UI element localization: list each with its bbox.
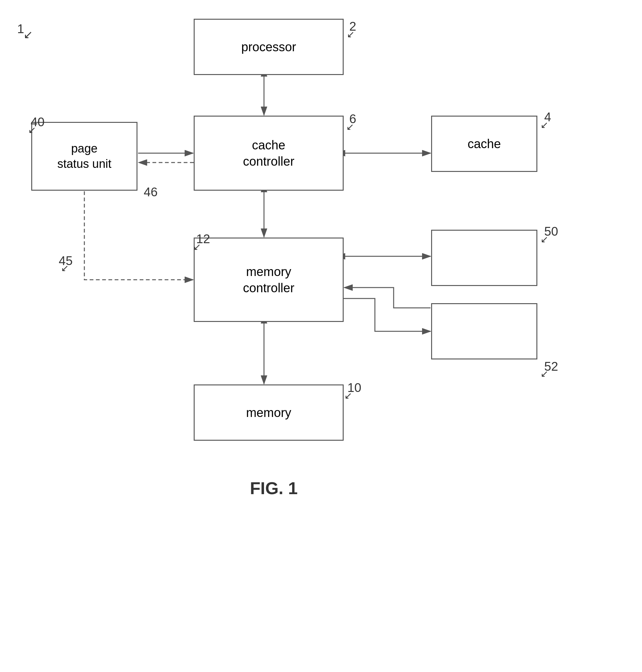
ref-label-46: 46 <box>144 185 158 199</box>
ref-label-1: 1 <box>17 22 24 36</box>
fig-label: FIG. 1 <box>250 478 298 498</box>
ref-label-10-tick: ↙ <box>344 390 352 401</box>
page-status-unit-box: pagestatus unit <box>31 122 138 191</box>
ref-label-2-tick: ↙ <box>347 29 355 40</box>
cache-controller-label: cachecontroller <box>243 137 295 169</box>
diagram-container: processor cachecontroller cache memoryco… <box>0 0 642 672</box>
ref-label-1-tick: ↙ <box>23 28 33 41</box>
ref-label-12-tick: ↙ <box>193 241 201 252</box>
ref-label-52-tick: ↙ <box>540 368 548 379</box>
page-status-unit-label: pagestatus unit <box>57 141 111 172</box>
processor-box: processor <box>194 19 344 75</box>
memory-label: memory <box>246 404 291 421</box>
box-52 <box>431 303 537 359</box>
cache-label: cache <box>468 136 501 152</box>
ref-label-45-tick: ↙ <box>61 263 69 274</box>
cache-box: cache <box>431 116 537 172</box>
memory-controller-box: memorycontroller <box>194 238 344 322</box>
arrows-svg <box>0 0 642 672</box>
memory-box: memory <box>194 384 344 441</box>
processor-label: processor <box>241 39 296 55</box>
ref-label-6-tick: ↙ <box>346 121 354 132</box>
memory-controller-label: memorycontroller <box>243 264 295 296</box>
ref-label-50-tick: ↙ <box>540 234 548 245</box>
box-50 <box>431 230 537 286</box>
ref-label-4-tick: ↙ <box>540 119 548 130</box>
cache-controller-box: cachecontroller <box>194 116 344 191</box>
ref-label-40-tick: ↙ <box>28 124 36 135</box>
